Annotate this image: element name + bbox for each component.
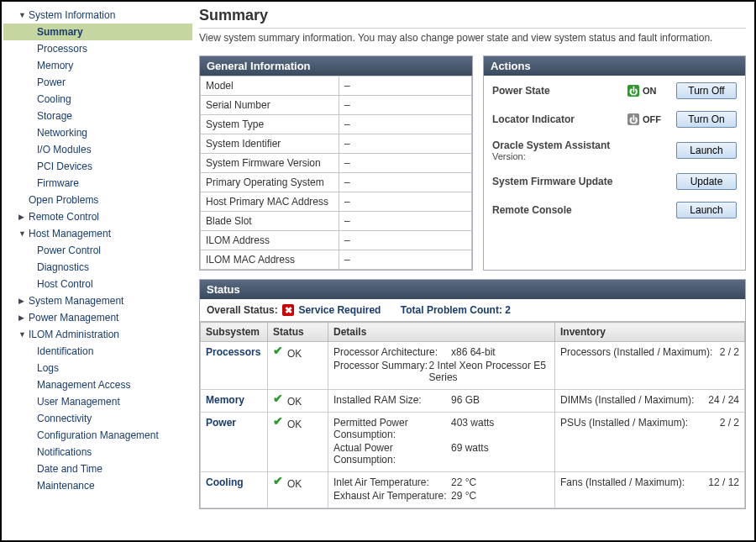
sidebar-item-connectivity[interactable]: Connectivity xyxy=(3,410,192,427)
sidebar-item-open-problems[interactable]: Open Problems xyxy=(3,192,192,208)
status-text: OK xyxy=(287,478,302,490)
sidebar-item-summary[interactable]: Summary xyxy=(3,24,192,40)
sidebar-item-pci-devices[interactable]: PCI Devices xyxy=(3,158,192,175)
info-label: ILOM Address xyxy=(201,231,339,250)
info-label: Host Primary MAC Address xyxy=(201,192,339,212)
update-button[interactable]: Update xyxy=(676,173,737,190)
inventory-label: DIMMs (Installed / Maximum): xyxy=(560,394,694,406)
page-description: View system summary information. You may… xyxy=(199,28,746,44)
sidebar-item-system-information[interactable]: ▼System Information xyxy=(3,7,192,24)
overall-status-label: Overall Status: xyxy=(207,304,278,316)
sidebar-item-power-control[interactable]: Power Control xyxy=(3,242,192,259)
inventory-value: 12 / 12 xyxy=(708,476,739,488)
action-label: System Firmware Update xyxy=(492,176,627,187)
status-text: OK xyxy=(287,396,302,408)
ok-icon xyxy=(273,417,284,428)
sidebar-item-processors[interactable]: Processors xyxy=(3,40,192,57)
info-value: – xyxy=(339,96,472,115)
info-value: – xyxy=(339,250,472,270)
action-row-remote-console: Remote ConsoleLaunch xyxy=(492,202,737,218)
action-label: Power State xyxy=(492,85,627,97)
turn-on-button[interactable]: Turn On xyxy=(676,111,737,128)
info-row: System Firmware Version– xyxy=(201,154,472,173)
general-info-panel: General Information Model–Serial Number–… xyxy=(199,55,473,271)
info-label: System Type xyxy=(201,115,339,134)
detail-value: 29 °C xyxy=(451,490,476,502)
sidebar-item-power-management[interactable]: ▶Power Management xyxy=(3,309,192,326)
detail-label: Installed RAM Size: xyxy=(333,394,451,406)
sidebar-item-memory[interactable]: Memory xyxy=(3,57,192,74)
sidebar-item-networking[interactable]: Networking xyxy=(3,124,192,141)
sidebar-item-ilom-administration[interactable]: ▼ILOM Administration xyxy=(3,326,192,343)
details-cell: Installed RAM Size:96 GB xyxy=(328,390,555,413)
info-label: Model xyxy=(201,76,339,96)
sidebar-item-power[interactable]: Power xyxy=(3,74,192,91)
subsystem-link-cooling[interactable]: Cooling xyxy=(206,476,244,488)
status-row: PowerOKPermitted Power Consumption:403 w… xyxy=(201,413,745,472)
status-text: OK xyxy=(287,348,302,360)
launch-button[interactable]: Launch xyxy=(676,142,737,159)
subsystem-link-processors[interactable]: Processors xyxy=(206,346,260,358)
ok-icon xyxy=(273,346,284,357)
chevron-down-icon: ▼ xyxy=(18,229,25,238)
overall-status-value: Service Required xyxy=(298,304,381,316)
action-label: Locator Indicator xyxy=(492,113,627,125)
detail-label: Permitted Power Consumption: xyxy=(333,417,451,440)
details-cell: Permitted Power Consumption:403 wattsAct… xyxy=(328,413,555,472)
launch-button[interactable]: Launch xyxy=(676,202,737,218)
action-sublabel: Version: xyxy=(492,151,627,161)
info-label: Serial Number xyxy=(201,96,339,115)
sidebar-item-diagnostics[interactable]: Diagnostics xyxy=(3,259,192,276)
sidebar-item-identification[interactable]: Identification xyxy=(3,343,192,360)
general-info-header: General Information xyxy=(200,56,472,76)
chevron-down-icon: ▼ xyxy=(18,11,25,19)
action-row-oracle-system-assistant: Oracle System AssistantVersion:Launch xyxy=(492,139,737,161)
detail-label: Processor Architecture: xyxy=(333,346,451,358)
detail-value: x86 64-bit xyxy=(451,346,496,358)
power-icon: ⏻ xyxy=(627,85,639,97)
power-icon: ⏻ xyxy=(627,113,639,125)
sidebar-item-i-o-modules[interactable]: I/O Modules xyxy=(3,141,192,158)
chevron-right-icon: ▶ xyxy=(18,213,25,221)
info-row: Model– xyxy=(201,76,472,96)
details-cell: Processor Architecture:x86 64-bitProcess… xyxy=(328,342,555,390)
info-label: System Identifier xyxy=(201,134,339,154)
sidebar-item-notifications[interactable]: Notifications xyxy=(3,444,192,460)
sidebar-item-user-management[interactable]: User Management xyxy=(3,393,192,410)
problem-count-value: 2 xyxy=(505,304,511,316)
action-row-power-state: Power State⏻ONTurn Off xyxy=(492,82,737,99)
status-table: SubsystemStatusDetailsInventoryProcessor… xyxy=(200,322,745,508)
sidebar-item-management-access[interactable]: Management Access xyxy=(3,376,192,393)
sidebar-item-remote-control[interactable]: ▶Remote Control xyxy=(3,208,192,225)
detail-value: 69 watts xyxy=(451,442,489,466)
sidebar-item-maintenance[interactable]: Maintenance xyxy=(3,477,192,494)
overall-status-row: Overall Status: ✖ Service Required Total… xyxy=(200,299,745,322)
sidebar-item-storage[interactable]: Storage xyxy=(3,108,192,124)
info-row: Serial Number– xyxy=(201,96,472,115)
subsystem-link-memory[interactable]: Memory xyxy=(206,394,244,406)
sidebar-item-host-control[interactable]: Host Control xyxy=(3,276,192,292)
info-value: – xyxy=(339,115,472,134)
status-panel: Status Overall Status: ✖ Service Require… xyxy=(199,279,746,509)
sidebar-item-firmware[interactable]: Firmware xyxy=(3,175,192,192)
sidebar-item-host-management[interactable]: ▼Host Management xyxy=(3,225,192,242)
sidebar-item-configuration-management[interactable]: Configuration Management xyxy=(3,427,192,444)
sidebar-item-cooling[interactable]: Cooling xyxy=(3,91,192,108)
info-value: – xyxy=(339,231,472,250)
status-text: OK xyxy=(287,418,302,430)
status-col-inventory: Inventory xyxy=(555,323,745,342)
sidebar-item-system-management[interactable]: ▶System Management xyxy=(3,292,192,309)
sidebar-item-logs[interactable]: Logs xyxy=(3,360,192,376)
inventory-label: Processors (Installed / Maximum): xyxy=(560,346,712,358)
chevron-right-icon: ▶ xyxy=(18,297,25,305)
info-label: Blade Slot xyxy=(201,212,339,231)
sidebar-item-date-and-time[interactable]: Date and Time xyxy=(3,460,192,477)
detail-label: Actual Power Consumption: xyxy=(333,442,451,466)
status-header: Status xyxy=(200,280,745,299)
action-state: ⏻ON xyxy=(627,85,676,97)
info-value: – xyxy=(339,76,472,96)
inventory-label: PSUs (Installed / Maximum): xyxy=(560,417,688,429)
chevron-down-icon: ▼ xyxy=(18,330,25,339)
subsystem-link-power[interactable]: Power xyxy=(206,417,236,429)
turn-off-button[interactable]: Turn Off xyxy=(676,82,737,99)
